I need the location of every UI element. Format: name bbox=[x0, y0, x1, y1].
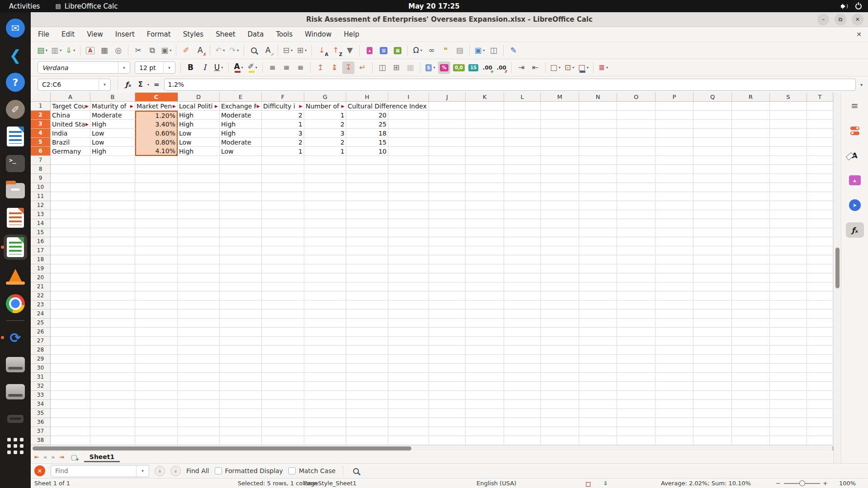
cell-Q34[interactable] bbox=[693, 400, 732, 409]
cell-K24[interactable] bbox=[466, 310, 504, 319]
cell-S34[interactable] bbox=[770, 400, 807, 409]
cell-D6[interactable]: High bbox=[178, 147, 220, 156]
cell-O24[interactable] bbox=[617, 310, 656, 319]
align-right-icon[interactable]: ≡ bbox=[294, 61, 307, 74]
merge-cells-icon[interactable]: ⊞ bbox=[390, 61, 402, 74]
cell-H23[interactable] bbox=[346, 300, 388, 310]
cell-A6[interactable]: Germany bbox=[51, 147, 90, 156]
cell-J34[interactable] bbox=[429, 400, 466, 409]
cell-L10[interactable] bbox=[504, 183, 541, 192]
row-header-25[interactable]: 25 bbox=[31, 319, 51, 328]
cell-E6[interactable]: Low bbox=[220, 147, 262, 156]
cell-J22[interactable] bbox=[429, 291, 466, 300]
split-window-icon[interactable]: ◫ bbox=[487, 44, 500, 57]
cell-I30[interactable] bbox=[388, 364, 429, 373]
cell-H5[interactable]: 15 bbox=[346, 138, 388, 147]
cell-K12[interactable] bbox=[466, 201, 504, 210]
cell-O20[interactable] bbox=[617, 273, 656, 282]
font-name-combo[interactable]: Verdana▾ bbox=[38, 61, 130, 74]
cell-B18[interactable] bbox=[90, 255, 135, 264]
cell-F30[interactable] bbox=[262, 364, 304, 373]
cell-K14[interactable] bbox=[466, 219, 504, 228]
cell-S18[interactable] bbox=[770, 255, 807, 264]
cell-H9[interactable] bbox=[346, 174, 388, 183]
cell-P22[interactable] bbox=[656, 291, 693, 300]
cell-G17[interactable] bbox=[304, 246, 346, 255]
cell-A5[interactable]: Brazil bbox=[51, 138, 90, 147]
row-header-9[interactable]: 9 bbox=[31, 174, 51, 183]
cell-B8[interactable] bbox=[90, 165, 135, 174]
row-header-4[interactable]: 4 bbox=[31, 129, 51, 138]
cell-R23[interactable] bbox=[732, 300, 770, 310]
cell-T14[interactable] bbox=[807, 219, 833, 228]
borders-icon[interactable]: □▾ bbox=[549, 61, 561, 74]
cell-C33[interactable] bbox=[135, 391, 178, 400]
cell-A3[interactable]: United Stat▶ bbox=[51, 120, 90, 129]
row-header-20[interactable]: 20 bbox=[31, 273, 51, 282]
cell-R20[interactable] bbox=[732, 273, 770, 282]
cell-R30[interactable] bbox=[732, 364, 770, 373]
dock-app-grid-icon[interactable] bbox=[4, 436, 27, 456]
cell-L9[interactable] bbox=[504, 174, 541, 183]
cell-A11[interactable] bbox=[51, 192, 90, 201]
cell-H28[interactable] bbox=[346, 346, 388, 355]
properties-deck-icon[interactable] bbox=[846, 123, 864, 138]
column-header-C[interactable]: C bbox=[135, 93, 178, 102]
cell-S7[interactable] bbox=[770, 156, 807, 165]
cell-K28[interactable] bbox=[466, 346, 504, 355]
cell-K22[interactable] bbox=[466, 291, 504, 300]
cell-T4[interactable] bbox=[807, 129, 833, 138]
cell-R11[interactable] bbox=[732, 192, 770, 201]
cell-I36[interactable] bbox=[388, 418, 429, 427]
cell-G33[interactable] bbox=[304, 391, 346, 400]
cell-I6[interactable] bbox=[388, 147, 429, 156]
cell-S19[interactable] bbox=[770, 264, 807, 273]
cell-O14[interactable] bbox=[617, 219, 656, 228]
function-wizard-icon[interactable]: ƒₓ bbox=[123, 80, 134, 89]
cell-B10[interactable] bbox=[90, 183, 135, 192]
cell-L28[interactable] bbox=[504, 346, 541, 355]
cell-H19[interactable] bbox=[346, 264, 388, 273]
cell-T11[interactable] bbox=[807, 192, 833, 201]
cell-N3[interactable] bbox=[579, 120, 617, 129]
cell-H21[interactable] bbox=[346, 282, 388, 291]
cell-C3[interactable]: 3.40% bbox=[135, 120, 178, 129]
cell-P9[interactable] bbox=[656, 174, 693, 183]
cell-R18[interactable] bbox=[732, 255, 770, 264]
cell-O36[interactable] bbox=[617, 418, 656, 427]
power-icon[interactable] bbox=[855, 3, 862, 9]
cell-N8[interactable] bbox=[579, 165, 617, 174]
cell-I37[interactable] bbox=[388, 427, 429, 436]
cell-L4[interactable] bbox=[504, 129, 541, 138]
cell-K26[interactable] bbox=[466, 328, 504, 337]
cell-E19[interactable] bbox=[220, 264, 262, 273]
cell-H8[interactable] bbox=[346, 165, 388, 174]
cell-M9[interactable] bbox=[541, 174, 579, 183]
title-bar[interactable]: Risk Assessment of Enterprises' Overseas… bbox=[31, 12, 868, 27]
cell-K15[interactable] bbox=[466, 228, 504, 237]
cell-A20[interactable] bbox=[51, 273, 90, 282]
cell-S15[interactable] bbox=[770, 228, 807, 237]
cell-S28[interactable] bbox=[770, 346, 807, 355]
cell-E18[interactable] bbox=[220, 255, 262, 264]
column-header-G[interactable]: G bbox=[304, 93, 346, 102]
cell-L27[interactable] bbox=[504, 337, 541, 346]
insert-chart-icon[interactable]: ▥ bbox=[377, 44, 390, 57]
cell-C28[interactable] bbox=[135, 346, 178, 355]
cell-M19[interactable] bbox=[541, 264, 579, 273]
cell-B16[interactable] bbox=[90, 237, 135, 246]
dock-libreoffice-calc-icon[interactable] bbox=[4, 235, 27, 260]
cell-D34[interactable] bbox=[178, 400, 220, 409]
cell-K2[interactable] bbox=[466, 111, 504, 120]
cell-C34[interactable] bbox=[135, 400, 178, 409]
cell-K9[interactable] bbox=[466, 174, 504, 183]
cell-T3[interactable] bbox=[807, 120, 833, 129]
cell-P3[interactable] bbox=[656, 120, 693, 129]
cell-O10[interactable] bbox=[617, 183, 656, 192]
wrap-text-icon[interactable]: ↵ bbox=[356, 61, 368, 74]
cell-I10[interactable] bbox=[388, 183, 429, 192]
cell-I28[interactable] bbox=[388, 346, 429, 355]
cell-F3[interactable]: 1 bbox=[262, 120, 304, 129]
column-header-E[interactable]: E bbox=[220, 93, 262, 102]
cell-D9[interactable] bbox=[178, 174, 220, 183]
